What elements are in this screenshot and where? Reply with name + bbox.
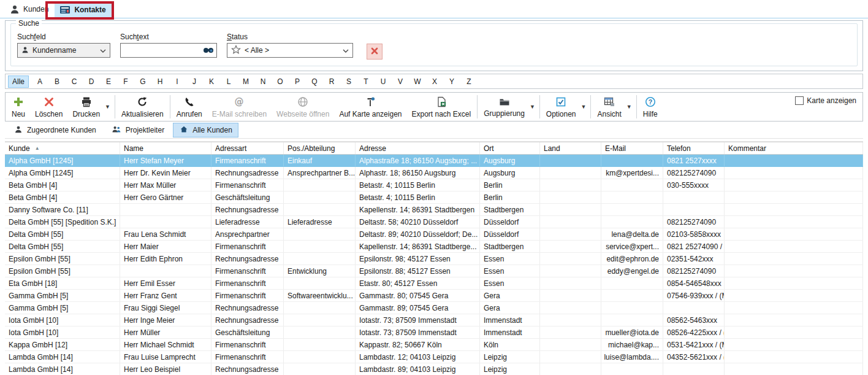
cell-land [540, 179, 601, 191]
alpha-filter-j[interactable]: J [186, 76, 203, 87]
cell-adresse: Gammastr. 89; 07545 Gera [356, 302, 480, 314]
table-row[interactable]: Delta GmbH [55]Herr MaierFirmenanschrift… [5, 241, 863, 253]
alpha-filter-h[interactable]: H [151, 76, 169, 87]
column-header-kunde[interactable]: Kunde▲ [5, 142, 120, 154]
column-header-pos-abteilung[interactable]: Pos./Abteilung [284, 142, 356, 154]
karte-anzeigen-checkbox[interactable]: Karte anzeigen [795, 96, 856, 105]
alpha-filter-l[interactable]: L [220, 76, 237, 87]
alpha-filter-b[interactable]: B [48, 76, 66, 87]
alpha-filter-k[interactable]: K [203, 76, 220, 87]
alpha-filter-g[interactable]: G [134, 76, 151, 87]
alpha-filter-u[interactable]: U [375, 76, 392, 87]
alpha-filter-d[interactable]: D [83, 76, 100, 87]
home-icon [179, 125, 189, 135]
table-row[interactable]: Epsilon GmbH [55]Herr Edith EphronRechnu… [5, 253, 863, 265]
table-row[interactable]: Lambda GmbH [14]Herr Leo BeispielRechnun… [5, 363, 863, 375]
column-header-telefon[interactable]: Telefon [663, 142, 725, 154]
alpha-filter-m[interactable]: M [237, 76, 254, 87]
alpha-filter-y[interactable]: Y [443, 76, 460, 87]
column-header-name[interactable]: Name [120, 142, 211, 154]
table-row[interactable]: Epsilon GmbH [55]FirmenanschriftEntwickl… [5, 265, 863, 277]
table-row[interactable]: Delta GmbH [55]Frau Lena SchmidtAnsprech… [5, 228, 863, 241]
aktualisieren-button[interactable]: Aktualisieren [116, 93, 169, 121]
alpha-filter-c[interactable]: C [66, 76, 83, 87]
svg-text:?: ? [649, 98, 652, 106]
column-header-e-mail[interactable]: E-Mail [601, 142, 663, 154]
subtab-zugeordnete-kunden[interactable]: Zugeordnete Kunden [7, 123, 102, 137]
gruppierung-button[interactable]: Gruppierung [479, 93, 530, 121]
table-row[interactable]: Alpha GmbH [1245]Herr Stefan MeyerFirmen… [5, 155, 863, 167]
export-nach-excel-button[interactable]: Export nach Excel [406, 93, 476, 121]
hilfe-button[interactable]: ?Hilfe [638, 93, 663, 121]
cell-adresse: Alphastr. 18; 86150 Augsburg [356, 167, 480, 179]
alpha-filter-a[interactable]: A [31, 76, 48, 87]
folder-icon [499, 97, 510, 109]
alpha-filter-t[interactable]: T [357, 76, 375, 87]
cell-kunde: Eta GmbH [18] [5, 277, 120, 289]
status-combobox[interactable]: < Alle > [227, 43, 353, 58]
anrufen-button[interactable]: Anrufen [172, 93, 207, 121]
column-header-adressart[interactable]: Adressart [211, 142, 284, 154]
table-row[interactable]: Iota GmbH [10]Herr Inge MeierRechnungsad… [5, 314, 863, 327]
table-row[interactable]: Beta GmbH [4]Herr Gero GärtnerGeschäftsl… [5, 191, 863, 204]
table-row[interactable]: Delta GmbH [55] [Spedition S.K.]Lieferad… [5, 216, 863, 228]
table-row[interactable]: Eta GmbH [18]Herr Emil EsserFirmenanschr… [5, 277, 863, 290]
table-row[interactable]: Danny Software Co. [11]RechnungsadresseK… [5, 204, 863, 216]
alpha-filter-z[interactable]: Z [460, 76, 478, 87]
cell-ort: Gera [480, 290, 540, 301]
auf-karte-anzeigen-button[interactable]: Auf Karte anzeigen [334, 93, 406, 121]
cell-adressart: Geschäftsleitung [211, 191, 284, 203]
alpha-filter-w[interactable]: W [409, 76, 426, 87]
alpha-filter-p[interactable]: P [289, 76, 306, 87]
column-header-kommentar[interactable]: Kommentar [725, 142, 863, 154]
table-row[interactable]: Lambda GmbH [14]Frau Luise LamprechtFirm… [5, 351, 863, 363]
alpha-filter-r[interactable]: R [323, 76, 340, 87]
alpha-filter-o[interactable]: O [272, 76, 289, 87]
neu-button[interactable]: Neu [7, 93, 30, 121]
drucken-button-dropdown[interactable]: ▼ [105, 93, 113, 121]
alpha-filter-x[interactable]: X [426, 76, 443, 87]
table-row[interactable]: Gamma GmbH [5]Herr Franz GentFirmenansch… [5, 290, 863, 302]
binoculars-icon[interactable] [203, 46, 214, 55]
drucken-button[interactable]: Drucken [67, 93, 105, 121]
table-row[interactable]: Beta GmbH [4]Herr Max MüllerFirmenanschr… [5, 179, 863, 191]
tab-kontakte[interactable]: Kontakte [55, 2, 112, 18]
alpha-filter-s[interactable]: S [340, 76, 357, 87]
column-header-ort[interactable]: Ort [480, 142, 540, 154]
table-row[interactable]: Alpha GmbH [1245]Herr Dr. Kevin MeierRec… [5, 167, 863, 179]
table-row[interactable]: Gamma GmbH [5]Frau Siggi SiegelRechnungs… [5, 302, 863, 314]
alpha-filter-v[interactable]: V [392, 76, 409, 87]
cell-name [120, 265, 211, 277]
suchfeld-combobox[interactable]: Kundenname [17, 43, 110, 58]
cell-kunde: Alpha GmbH [1245] [5, 155, 120, 166]
cell-name: Herr Emil Esser [120, 277, 211, 289]
clear-search-button[interactable] [367, 44, 383, 60]
optionen-button-dropdown[interactable]: ▼ [581, 93, 590, 121]
loeschen-button[interactable]: Löschen [30, 93, 67, 121]
cell-ort: Leipzig [480, 351, 540, 363]
subtab-projektleiter[interactable]: Projektleiter [105, 123, 170, 137]
alpha-filter-f[interactable]: F [117, 76, 134, 87]
cell-adressart: Rechnungsadresse [211, 363, 284, 375]
table-row[interactable]: Kappa GmbH [12]Herr Michael SchmidtFirme… [5, 339, 863, 351]
suchtext-input[interactable] [123, 46, 203, 55]
subtab-alle-kunden[interactable]: Alle Kunden [173, 123, 238, 137]
ansicht-button[interactable]: Ansicht [592, 93, 626, 121]
optionen-button[interactable]: Optionen [541, 93, 581, 121]
alpha-filter-q[interactable]: Q [306, 76, 323, 87]
alpha-filter-i[interactable]: I [169, 76, 186, 87]
column-header-land[interactable]: Land [540, 142, 601, 154]
cell-name: Herr Leo Beispiel [120, 363, 211, 375]
tab-kunden[interactable]: Kunden [5, 1, 55, 18]
alpha-filter-e[interactable]: E [100, 76, 117, 87]
cell-ort: Berlin [480, 191, 540, 203]
alpha-filter-n[interactable]: N [254, 76, 272, 87]
cell-name: Herr Stefan Meyer [120, 155, 211, 166]
ansicht-button-dropdown[interactable]: ▼ [626, 93, 635, 121]
cell-ort: Essen [480, 253, 540, 265]
cell-adresse: Gammastr. 80; 07545 Gera [356, 290, 480, 301]
table-row[interactable]: Iota GmbH [10]Herr MüllerGeschäftsleitun… [5, 327, 863, 339]
gruppierung-button-dropdown[interactable]: ▼ [530, 93, 538, 121]
column-header-adresse[interactable]: Adresse [356, 142, 480, 154]
alpha-filter-alle[interactable]: Alle [8, 75, 29, 88]
